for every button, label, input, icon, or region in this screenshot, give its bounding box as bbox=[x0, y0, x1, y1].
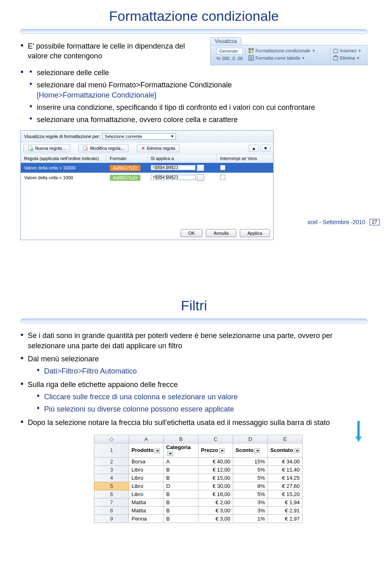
new-rule-button[interactable]: Nuova regola... bbox=[23, 144, 70, 152]
cell[interactable]: € 2,91 bbox=[268, 506, 303, 514]
cell[interactable]: Libro bbox=[129, 482, 164, 490]
rule2-stop-checkbox[interactable] bbox=[220, 175, 225, 180]
move-down-button[interactable]: ▼ bbox=[261, 145, 271, 152]
filter-arrow-icon[interactable] bbox=[167, 451, 173, 456]
rownum-selected[interactable]: 5 bbox=[94, 482, 129, 490]
bullet-filter-intro: Se i dati sono in grande quantità per po… bbox=[20, 331, 368, 351]
col-a[interactable]: A bbox=[129, 435, 164, 443]
rules-manager-dialog: Visualizza regole di formattazione per: … bbox=[20, 130, 274, 240]
rownum[interactable]: 9 bbox=[94, 514, 129, 523]
rownum[interactable]: 8 bbox=[94, 506, 129, 514]
range-picker-icon[interactable] bbox=[197, 174, 204, 181]
ok-button[interactable]: OK bbox=[180, 229, 203, 237]
cell[interactable]: € 11,40 bbox=[268, 465, 303, 474]
arrow-down-icon: ▼ bbox=[263, 146, 268, 151]
table-row: 8 Matita B € 3,00 3% € 2,91 bbox=[94, 506, 303, 514]
cell[interactable]: Matita bbox=[129, 498, 164, 506]
cell[interactable]: € 30,00 bbox=[198, 482, 233, 490]
col-rule: Regola (applicata nell'ordine indicato) bbox=[21, 154, 107, 162]
cell[interactable]: € 2,00 bbox=[198, 498, 233, 506]
apply-button[interactable]: Applica bbox=[240, 229, 270, 237]
cell[interactable]: B bbox=[164, 465, 198, 474]
cell[interactable]: 1% bbox=[233, 514, 268, 523]
cell[interactable]: A bbox=[164, 457, 198, 465]
col-b[interactable]: B bbox=[164, 435, 198, 443]
cell[interactable]: € 40,00 bbox=[198, 457, 233, 465]
cell[interactable]: 5% bbox=[233, 474, 268, 482]
cell[interactable]: 8% bbox=[233, 482, 268, 490]
rule-row-1[interactable]: Valore della cella > 10000 AaBbCcYyZz =$… bbox=[21, 163, 273, 173]
rule1-range-input[interactable]: =$B$4:$M$23 bbox=[151, 165, 196, 170]
cell[interactable]: 3% bbox=[233, 506, 268, 514]
cell[interactable]: € 2,97 bbox=[268, 514, 303, 523]
bullet-intro: E' possibile formattare le celle in dipe… bbox=[20, 41, 368, 61]
cell[interactable]: € 12,00 bbox=[198, 465, 233, 474]
delete-rule-label: Elimina regola bbox=[147, 146, 175, 151]
cell[interactable]: Libro bbox=[129, 465, 164, 474]
rules-scope-select[interactable]: Selezione corrente ▼ bbox=[102, 133, 176, 140]
cell[interactable]: B bbox=[164, 498, 198, 506]
cell[interactable]: Penna bbox=[129, 514, 164, 523]
cell[interactable]: Libro bbox=[129, 474, 164, 482]
header-prodotto: Prodotto bbox=[129, 443, 164, 457]
filter-arrow-icon[interactable] bbox=[254, 448, 260, 453]
cell[interactable]: B bbox=[164, 490, 198, 498]
rules-for-label: Visualizza regole di formattazione per: bbox=[24, 134, 100, 139]
bullet-click-arrow: Cliccare sulle frecce di una colonna e s… bbox=[37, 392, 368, 402]
cell[interactable]: Matita bbox=[129, 506, 164, 514]
rownum[interactable]: 7 bbox=[94, 498, 129, 506]
cell[interactable]: B bbox=[164, 474, 198, 482]
cell[interactable]: 15% bbox=[233, 457, 268, 465]
cell[interactable]: 5% bbox=[233, 490, 268, 498]
rownum[interactable]: 1 bbox=[94, 443, 129, 457]
table-row: 4 Libro B € 15,00 5% € 14,25 bbox=[94, 474, 303, 482]
col-e[interactable]: E bbox=[268, 435, 303, 443]
cell[interactable]: 3% bbox=[233, 498, 268, 506]
filter-arrow-icon[interactable] bbox=[154, 448, 160, 453]
rule1-stop-checkbox[interactable] bbox=[220, 165, 225, 170]
cell[interactable]: Libro bbox=[129, 490, 164, 498]
header-sconto: Sconto bbox=[233, 443, 268, 457]
col-d[interactable]: D bbox=[233, 435, 268, 443]
cell[interactable]: € 1,94 bbox=[268, 498, 303, 506]
edit-rule-button[interactable]: Modifica regola... bbox=[78, 144, 129, 152]
col-c[interactable]: C bbox=[198, 435, 233, 443]
cell[interactable]: € 15,20 bbox=[268, 490, 303, 498]
range-picker-icon[interactable] bbox=[197, 165, 204, 171]
cell[interactable]: € 3,00 bbox=[198, 514, 233, 523]
move-up-button[interactable]: ▲ bbox=[249, 145, 259, 152]
cell[interactable]: B bbox=[164, 514, 198, 523]
rownum[interactable]: 3 bbox=[94, 465, 129, 474]
filter-arrow-icon[interactable] bbox=[219, 448, 225, 453]
cell[interactable]: € 34,00 bbox=[268, 457, 303, 465]
cell[interactable]: B bbox=[164, 506, 198, 514]
data-table: ◇ A B C D E 1 Prodotto Categoria Prezzo … bbox=[94, 435, 303, 523]
edit-rule-icon bbox=[83, 145, 89, 151]
table-row: 6 Libro B € 16,00 5% € 15,20 bbox=[94, 490, 303, 498]
delete-rule-button[interactable]: ✕ Elimina regola bbox=[137, 145, 180, 152]
cell[interactable]: € 15,00 bbox=[198, 474, 233, 482]
page-title-2: Filtri bbox=[20, 298, 368, 314]
header-prezzo: Prezzo bbox=[198, 443, 233, 457]
cell[interactable]: € 16,00 bbox=[198, 490, 233, 498]
col-format: Formato bbox=[107, 154, 147, 162]
cell[interactable]: D bbox=[164, 482, 198, 490]
cell[interactable]: € 3,00 bbox=[198, 506, 233, 514]
cell[interactable]: € 27,60 bbox=[268, 482, 303, 490]
cell[interactable]: Borsa bbox=[129, 457, 164, 465]
rownum[interactable]: 6 bbox=[94, 490, 129, 498]
cancel-button[interactable]: Annulla bbox=[206, 229, 236, 237]
rownum[interactable]: 4 bbox=[94, 474, 129, 482]
select-all-corner[interactable]: ◇ bbox=[94, 435, 129, 443]
rownum[interactable]: 2 bbox=[94, 457, 129, 465]
bullet-menu-select: Dal menù selezionare Dati>Filtro>Filtro … bbox=[20, 354, 368, 376]
bullet-select-formatting: selezionare una formattazione, ovvero co… bbox=[29, 115, 368, 125]
new-rule-icon bbox=[28, 145, 33, 151]
table-row: 2 Borsa A € 40,00 15% € 34,00 bbox=[94, 457, 303, 465]
rule-row-2[interactable]: Valore della cella < 1000 AaBbCcYyZz =$B… bbox=[21, 173, 273, 182]
cell[interactable]: € 14,25 bbox=[268, 474, 303, 482]
rule2-range-input[interactable]: =$B$4:$M$23 bbox=[151, 175, 196, 180]
filter-arrow-icon[interactable] bbox=[294, 448, 300, 453]
cell[interactable]: 5% bbox=[233, 465, 268, 474]
bullet-arrows-appear: Sulla riga delle etichette appaiono dell… bbox=[20, 380, 368, 414]
